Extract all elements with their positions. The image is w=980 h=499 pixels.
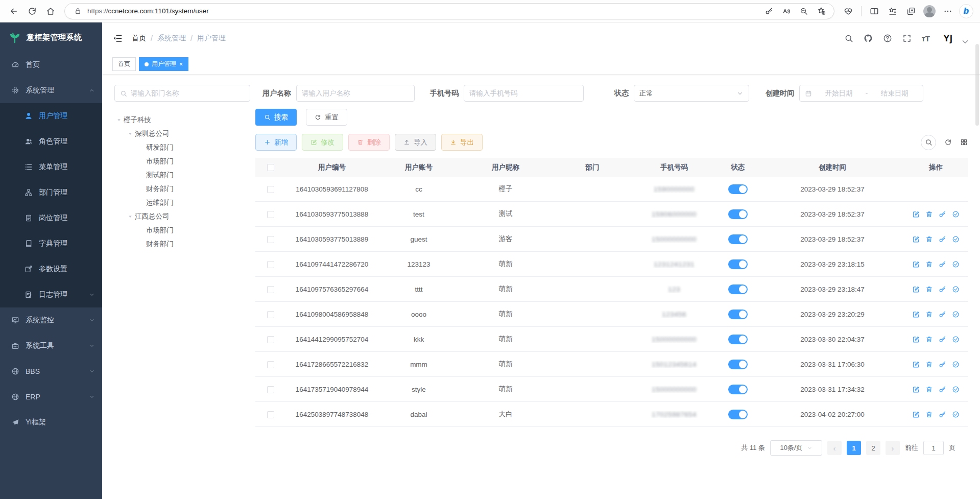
tree-node[interactable]: 研发部门 <box>114 140 250 154</box>
tab-user-management[interactable]: 用户管理 × <box>139 57 188 71</box>
row-checkbox[interactable] <box>267 411 274 418</box>
row-delete-button[interactable] <box>925 386 933 393</box>
select-all-checkbox[interactable] <box>267 164 274 171</box>
row-edit-button[interactable] <box>912 260 920 268</box>
row-assign-role-button[interactable] <box>952 411 960 418</box>
row-checkbox[interactable] <box>267 361 274 368</box>
lock-icon[interactable] <box>72 3 83 19</box>
row-delete-button[interactable] <box>925 286 933 293</box>
tree-expander-icon[interactable] <box>126 131 135 137</box>
row-delete-button[interactable] <box>925 361 933 368</box>
row-reset-password-button[interactable] <box>939 260 946 268</box>
sidebar-item-param[interactable]: 参数设置 <box>0 256 102 282</box>
add-favorite-icon[interactable] <box>814 3 829 19</box>
row-checkbox[interactable] <box>267 236 274 243</box>
browser-profile-avatar[interactable] <box>921 3 938 19</box>
tree-node[interactable]: 市场部门 <box>114 223 250 237</box>
sidebar-item-role[interactable]: 角色管理 <box>0 129 102 154</box>
status-toggle[interactable] <box>728 259 748 269</box>
reset-button[interactable]: 重置 <box>306 109 347 126</box>
status-toggle[interactable] <box>728 360 748 369</box>
next-page-button[interactable]: › <box>886 441 900 455</box>
status-toggle[interactable] <box>728 234 748 244</box>
row-edit-button[interactable] <box>912 210 920 218</box>
row-reset-password-button[interactable] <box>939 336 946 343</box>
browser-back-button[interactable] <box>5 3 22 19</box>
row-reset-password-button[interactable] <box>939 286 946 293</box>
row-reset-password-button[interactable] <box>939 361 946 368</box>
toggle-search-button[interactable] <box>921 135 936 150</box>
collections-icon[interactable] <box>884 3 901 19</box>
row-checkbox[interactable] <box>267 211 274 218</box>
row-checkbox[interactable] <box>267 311 274 318</box>
row-delete-button[interactable] <box>925 311 933 318</box>
tree-expander-icon[interactable] <box>114 117 124 123</box>
row-edit-button[interactable] <box>912 386 920 393</box>
fullscreen-icon[interactable] <box>902 34 912 43</box>
date-range-picker[interactable]: 开始日期 - 结束日期 <box>799 85 923 102</box>
delete-button[interactable]: 删除 <box>348 134 390 151</box>
sidebar-item-post[interactable]: 岗位管理 <box>0 205 102 231</box>
tree-node[interactable]: 测试部门 <box>114 168 250 182</box>
zoom-out-icon[interactable] <box>796 3 811 19</box>
phone-input[interactable] <box>469 89 578 97</box>
row-delete-button[interactable] <box>925 336 933 343</box>
split-screen-icon[interactable] <box>866 3 883 19</box>
row-delete-button[interactable] <box>925 260 933 268</box>
status-toggle[interactable] <box>728 410 748 419</box>
tree-node[interactable]: 运维部门 <box>114 196 250 209</box>
status-select[interactable]: 正常 <box>634 85 749 102</box>
import-button[interactable]: 导入 <box>395 134 436 151</box>
edit-button[interactable]: 修改 <box>302 134 343 151</box>
browser-settings-more-icon[interactable] <box>939 3 957 19</box>
row-assign-role-button[interactable] <box>952 260 960 268</box>
row-reset-password-button[interactable] <box>939 386 946 393</box>
status-toggle[interactable] <box>728 310 748 319</box>
row-edit-button[interactable] <box>912 235 920 243</box>
row-assign-role-button[interactable] <box>952 311 960 318</box>
search-button[interactable]: 搜索 <box>255 109 297 126</box>
status-toggle[interactable] <box>728 284 748 294</box>
tree-node[interactable]: 市场部门 <box>114 154 250 168</box>
tab-home[interactable]: 首页 <box>112 57 136 71</box>
dept-search-input[interactable] <box>131 89 245 97</box>
row-edit-button[interactable] <box>912 361 920 368</box>
window-scrollbar[interactable] <box>975 44 979 126</box>
row-delete-button[interactable] <box>925 210 933 218</box>
export-button[interactable]: 导出 <box>441 134 483 151</box>
row-delete-button[interactable] <box>925 411 933 418</box>
row-assign-role-button[interactable] <box>952 386 960 393</box>
sidebar-item-yi[interactable]: Yi框架 <box>0 410 102 435</box>
row-edit-button[interactable] <box>912 411 920 418</box>
tree-node[interactable]: 橙子科技 <box>114 113 250 127</box>
row-checkbox[interactable] <box>267 261 274 268</box>
row-edit-button[interactable] <box>912 286 920 293</box>
header-search-icon[interactable] <box>844 34 853 43</box>
row-assign-role-button[interactable] <box>952 210 960 218</box>
row-reset-password-button[interactable] <box>939 210 946 218</box>
browser-home-button[interactable] <box>42 3 59 19</box>
browser-essentials-icon[interactable] <box>840 3 857 19</box>
page-size-select[interactable]: 10条/页 <box>770 440 822 456</box>
tree-expander-icon[interactable] <box>126 213 135 220</box>
user-menu-caret-icon[interactable] <box>961 37 970 46</box>
row-reset-password-button[interactable] <box>939 311 946 318</box>
browser-refresh-button[interactable] <box>23 3 41 19</box>
row-assign-role-button[interactable] <box>952 235 960 243</box>
sidebar-item-dept[interactable]: 部门管理 <box>0 180 102 205</box>
page-button-2[interactable]: 2 <box>866 441 880 455</box>
copilot-icon[interactable]: b <box>958 3 975 19</box>
row-assign-role-button[interactable] <box>952 336 960 343</box>
sidebar-item-home[interactable]: 首页 <box>0 52 102 78</box>
sidebar-item-tools[interactable]: 系统工具 <box>0 333 102 359</box>
row-checkbox[interactable] <box>267 186 274 193</box>
duplicate-tab-icon[interactable] <box>902 3 920 19</box>
tree-node[interactable]: 江西总公司 <box>114 209 250 223</box>
tab-close-icon[interactable]: × <box>179 61 183 67</box>
status-toggle[interactable] <box>728 184 748 194</box>
sidebar-item-dict[interactable]: 字典管理 <box>0 231 102 256</box>
add-button[interactable]: 新增 <box>255 134 297 151</box>
breadcrumb-home[interactable]: 首页 <box>132 34 146 43</box>
column-settings-icon[interactable] <box>960 138 968 146</box>
address-bar[interactable]: https://ccnetcore.com:1101/system/user <box>64 3 834 19</box>
